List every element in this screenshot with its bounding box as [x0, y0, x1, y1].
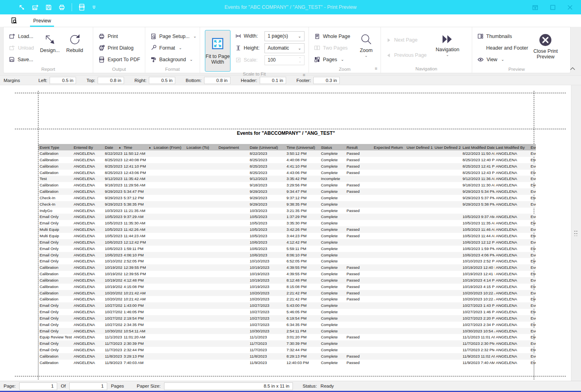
table-cell: Eve [529, 271, 536, 277]
print-preview-canvas[interactable]: Events for "ABCCOMPANY" / "ANG_TEST" Eve… [0, 85, 581, 381]
view-button[interactable]: View ⌄ [474, 54, 532, 65]
zoom-dialog-launcher[interactable]: ≡ [375, 66, 377, 71]
table-cell: 11/1/2023 11:01 AM [461, 334, 495, 340]
pages-label: Pages [111, 384, 124, 388]
drag-handle-dots[interactable] [574, 230, 577, 236]
table-cell: 12:43:06 PM [122, 170, 152, 176]
table-cell [217, 163, 248, 170]
table-cell: ANGELENA [72, 182, 104, 188]
margin-header-value[interactable]: 0.1 in [260, 77, 286, 84]
table-cell: ANGELENA [72, 239, 104, 246]
format-button[interactable]: Format ⌄ [147, 42, 200, 54]
print-dialog-button[interactable]: ? Print Dialog [95, 42, 144, 54]
fit-to-page-width-button[interactable]: Fit to Page Width [205, 30, 230, 72]
table-cell: 11/9/2023 7:40 AM [461, 360, 495, 366]
table-cell: 4:39:55 PM [285, 271, 320, 277]
table-cell [405, 302, 433, 309]
save-report-button[interactable]: Save... [5, 54, 38, 65]
toolbar-separator [72, 3, 72, 11]
scale-to-fit-dialog-launcher[interactable]: ≡ [303, 73, 305, 77]
export-pdf-button[interactable]: PDF Export To PDF [95, 54, 144, 65]
background-button[interactable]: Background ⌄ [147, 54, 200, 65]
load-icon[interactable] [32, 4, 39, 11]
table-row: TestANGELENA9/12/202311:35:42 AM9/12/202… [38, 176, 536, 182]
page-number-input[interactable]: 1 [19, 382, 57, 390]
dock-window-icon[interactable] [532, 4, 539, 11]
pages-button[interactable]: Pages ⌄ [311, 54, 354, 65]
margin-footer-value[interactable]: 0.3 in [313, 77, 340, 84]
table-cell: 10/19/2023 [248, 284, 285, 290]
table-cell: 10/30/2023 [248, 328, 285, 334]
table-cell: ANGELENA [72, 334, 104, 340]
previous-page-icon [386, 53, 391, 58]
margin-bottom-value[interactable]: 0.8 in [204, 77, 230, 84]
zoom-button[interactable]: Zoom ⌄ [354, 29, 379, 58]
zoom-icon [359, 33, 373, 46]
table-cell: Passed [345, 290, 373, 296]
table-cell: Complete [320, 284, 345, 290]
table-cell [433, 277, 461, 284]
column-header: Status [320, 144, 345, 150]
design-icon[interactable] [18, 4, 25, 11]
table-cell [345, 258, 373, 264]
group-label-zoom: Zoom [339, 67, 351, 72]
table-cell: Passed [345, 188, 373, 195]
maximize-icon[interactable] [550, 4, 556, 11]
table-cell: 12:39:55 PM [122, 271, 152, 277]
table-cell: Email Only [38, 309, 72, 315]
whole-page-button[interactable]: Whole Page [311, 30, 354, 42]
margin-guide-bottom [15, 376, 566, 376]
table-cell: Calibration [38, 150, 72, 157]
table-cell: 10/27/2023 [104, 309, 122, 315]
table-cell: 11/7/2023 [104, 340, 122, 347]
table-cell [152, 264, 185, 271]
navigation-button[interactable]: Navigation ⌄ [430, 29, 465, 57]
table-cell: 4:15:08 PM [122, 284, 152, 290]
table-row: Email OnlyANGELENA10/30/202310:54:11 AM1… [38, 328, 536, 334]
collapse-ribbon-icon[interactable] [570, 67, 575, 70]
close-icon[interactable] [567, 4, 573, 11]
margin-top-value[interactable]: 0.8 in [98, 77, 124, 84]
header-and-footer-button[interactable]: Header and Footer [474, 42, 532, 54]
column-header: Eve [529, 144, 536, 150]
table-cell: 10/19/2023 12:41 PM [461, 271, 495, 277]
tab-preview[interactable]: Preview [29, 14, 55, 27]
table-cell: 8/22/2023 [104, 150, 122, 157]
table-cell: 10/5/2023 [248, 233, 285, 239]
height-select[interactable]: Automatic⌄ [264, 43, 305, 53]
table-cell: Passed [345, 182, 373, 188]
page-setup-button[interactable]: Page Setup... ⌄ [147, 30, 200, 42]
table-cell [217, 150, 248, 157]
toolbar-options-chevron[interactable] [92, 5, 96, 10]
table-cell: Calibration [38, 264, 72, 271]
table-cell: 10/19/2023 [104, 271, 122, 277]
export-pdf-icon[interactable]: PDF [78, 4, 85, 11]
thumbnails-button[interactable]: Thumbnails [474, 30, 532, 42]
design-button[interactable]: Design... [38, 29, 62, 53]
print-button[interactable]: Print [95, 30, 144, 42]
table-cell: 4:43:06 PM [285, 170, 320, 176]
table-cell: ANGELENA [72, 170, 104, 176]
table-cell [185, 284, 217, 290]
table-cell [405, 309, 433, 315]
rebuild-button[interactable]: Rebuild [62, 29, 87, 53]
margin-right-value[interactable]: 0.5 in [149, 77, 175, 84]
margins-bar: Margins Left:0.5 in Top:0.8 in Right:0.5… [0, 75, 581, 85]
table-cell: 8/25/2023 12:41 PM [461, 163, 495, 170]
load-report-button[interactable]: Load... [5, 30, 38, 42]
table-cell: Email Only [38, 239, 72, 246]
titlebar: Events for "ABC COMPANY" / "ANG_TEST" - … [0, 0, 581, 14]
table-cell: 9:37:12 PM [285, 195, 320, 201]
table-cell [345, 322, 373, 328]
table-cell [433, 239, 461, 246]
width-select[interactable]: 1 page(s)⌄ [264, 31, 305, 41]
table-cell [185, 157, 217, 163]
table-cell: 11/8/2023 [248, 353, 285, 360]
table-row: Email OnlyANGELENA10/10/20232:52:05 PM10… [38, 258, 536, 264]
print-icon[interactable] [58, 4, 65, 11]
close-print-preview-button[interactable]: Close Print Preview [532, 29, 559, 60]
table-cell: ANGELENA [495, 226, 529, 233]
save-icon[interactable] [45, 4, 52, 11]
margin-left-value[interactable]: 0.5 in [50, 77, 76, 84]
table-cell: 7:32:44 PM [285, 347, 320, 353]
